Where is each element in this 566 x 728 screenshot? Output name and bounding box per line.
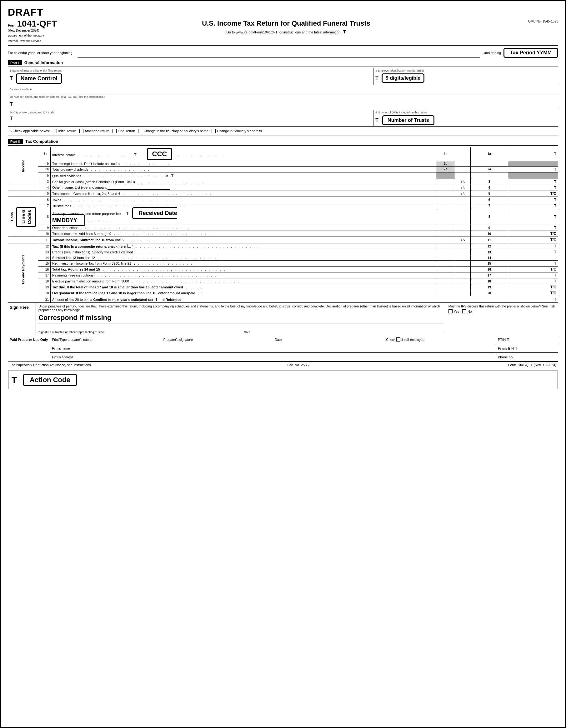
- yes-checkbox-sq[interactable]: [448, 309, 453, 313]
- yes-checkbox[interactable]: Yes: [448, 309, 459, 313]
- table-row-7: 7 Trustee fees . . . . . . . . . . . . .…: [8, 203, 558, 209]
- line-18-ref: [436, 278, 455, 284]
- line-9-ref: [436, 225, 455, 231]
- line-2b-desc: Qualified dividends . . . . . . . . . . …: [51, 172, 436, 179]
- line-16-ref: [436, 267, 455, 272]
- table-row-1b: b Tax-exempt interest. Don't include on …: [8, 161, 558, 166]
- firms-name-label: Firm's name: [50, 344, 496, 352]
- line3b-label: 3b Number, street, and room or suite no.…: [10, 95, 556, 98]
- no-checkbox-sq[interactable]: [462, 309, 466, 313]
- line-12-lineref2: 12: [471, 243, 508, 249]
- checkbox-initial[interactable]: Initial return: [53, 129, 76, 133]
- sign-content: Under penalties of perjury, I declare th…: [36, 303, 446, 335]
- line-7-desc: Trustee fees . . . . . . . . . . . . . .…: [51, 203, 436, 209]
- composite-checkbox[interactable]: [128, 244, 131, 248]
- name-block: 1 Name of trust or other entity filing r…: [8, 68, 373, 85]
- line-20-ref: [436, 290, 455, 296]
- line-5-num: 5: [38, 191, 51, 197]
- table-row-14: 14 Subtract line 13 from line 12 . . . .…: [8, 255, 558, 261]
- part2-title: Tax Computation: [25, 139, 58, 144]
- checkbox-amended[interactable]: Amended return: [79, 129, 109, 133]
- line-5-ref: [436, 191, 455, 197]
- part1-title: General Information: [24, 60, 63, 65]
- checkbox-initial-sq[interactable]: [53, 129, 57, 133]
- line-17-desc: Payments (see instructions) . . . . . . …: [51, 272, 436, 278]
- line-9-lineref2: 9: [471, 225, 508, 231]
- check-se-sq[interactable]: [396, 337, 400, 342]
- paid-content: Print/Type preparer's name Preparer's si…: [50, 335, 558, 362]
- line-13-lineref2: 13: [471, 249, 508, 255]
- action-code-label-box: Action Code: [23, 374, 77, 386]
- line-19-desc: Tax due. If the total of lines 17 and 18…: [51, 284, 436, 290]
- line-19-ref: [436, 284, 455, 290]
- line-2a-pm: [455, 166, 471, 172]
- line-13-desc: Credits (see instructions). Specify the …: [51, 249, 436, 255]
- checkbox-final-sq[interactable]: [113, 129, 117, 133]
- line-5-value: T/C: [508, 191, 558, 197]
- line-16-value: T/C: [508, 267, 558, 272]
- form-header: Form 1041-QFT (Rev. December 2024) Depar…: [8, 19, 558, 46]
- line-17-value: T: [508, 272, 558, 278]
- line-19-pm: [455, 284, 471, 290]
- no-checkbox[interactable]: No: [462, 309, 472, 313]
- line4-label-top: 4 Number of QFTs included on this return: [375, 111, 434, 114]
- line-4-income-ref: [436, 185, 455, 191]
- checkbox-amended-sq[interactable]: [79, 129, 83, 133]
- checkbox-fiduciary-name-sq[interactable]: [138, 129, 142, 133]
- checkbox-final[interactable]: Final return: [113, 129, 135, 133]
- line-7-pm: [455, 203, 471, 209]
- line-10-num: 10: [38, 231, 51, 237]
- part1-header: Part I General Information: [8, 59, 558, 67]
- sig-fields: Signature of trustee or officer represen…: [38, 323, 443, 334]
- line-3-value: T: [508, 179, 558, 185]
- and-ending-label: , and ending: [482, 51, 501, 55]
- line-2b-lineref2: [471, 172, 508, 179]
- line-19-value: T/C: [508, 284, 558, 290]
- line-2b-ref-gray: [436, 172, 455, 179]
- line-9-pm: [455, 225, 471, 231]
- line-4-income-num: 4: [38, 185, 51, 191]
- line-9-value: T: [508, 225, 558, 231]
- checkbox-row-label: 5 Check applicable boxes:: [10, 129, 50, 133]
- line2-T: T: [375, 75, 378, 81]
- line3c-T: T: [10, 116, 13, 122]
- table-row-8: 8 Attorney, accountant, and return prepa…: [8, 209, 558, 225]
- paid-row-firms-name: Firm's name Firm's EIN T: [50, 344, 558, 353]
- line-14-num: 14: [38, 255, 51, 261]
- checkbox-initial-label: Initial return: [58, 129, 76, 133]
- form-id-block: Form 1041-QFT (Rev. December 2024) Depar…: [8, 19, 77, 43]
- line-1b-pm: [455, 161, 471, 166]
- paid-preparer-section: Paid Preparer Use Only Print/Type prepar…: [8, 335, 558, 362]
- checkbox-fiduciary-address[interactable]: Change in fiduciary's address: [212, 129, 262, 133]
- table-row-9: 9 Other deductions . . . . . . . . . . .…: [8, 225, 558, 231]
- line-18-pm: [455, 278, 471, 284]
- line-2b-value: [508, 172, 558, 179]
- line-4-value: T: [508, 185, 558, 191]
- line-19-num: 19: [38, 284, 51, 290]
- paid-row-firms-address: Firm's address Phone no.: [50, 353, 558, 362]
- name-control-box: Name Control: [16, 73, 62, 84]
- line-21-num: 21: [38, 296, 51, 303]
- calendar-year-row: For calendar year or short year beginnin…: [8, 47, 558, 59]
- table-row-3: 3 Capital gain or (loss) (attach Schedul…: [8, 179, 558, 185]
- line4-T: T: [375, 117, 378, 123]
- line-15-value: T: [508, 261, 558, 267]
- print-name-label: Print/Type preparer's name: [50, 335, 161, 344]
- correspond-label: Correspond if missing: [38, 314, 111, 322]
- line-11-ref: [436, 237, 455, 243]
- line-8-num: 8: [38, 209, 51, 225]
- line-20-desc: Overpayment. If the total of lines 17 an…: [51, 290, 436, 296]
- line-4-pm: +/-: [455, 185, 471, 191]
- checkbox-fiduciary-address-sq[interactable]: [212, 129, 216, 133]
- tax-computation-table: Income 1a Interest income . . . . . . . …: [8, 147, 558, 303]
- line-3-pm: +/-: [455, 179, 471, 185]
- line-15-lineref2: 15: [471, 261, 508, 267]
- checkbox-fiduciary-name[interactable]: Change in the fiduciary or fiduciary's n…: [138, 129, 208, 133]
- line-2a-value: T: [508, 166, 558, 172]
- calendar-year-label: For calendar year: [8, 51, 35, 55]
- line-17-lineref2: 17: [471, 272, 508, 278]
- form-dept1: Department of the Treasury: [8, 33, 77, 37]
- line-20-num: 20: [38, 290, 51, 296]
- form-number: 1041-QFT: [17, 19, 57, 28]
- line-6-value: T: [508, 197, 558, 203]
